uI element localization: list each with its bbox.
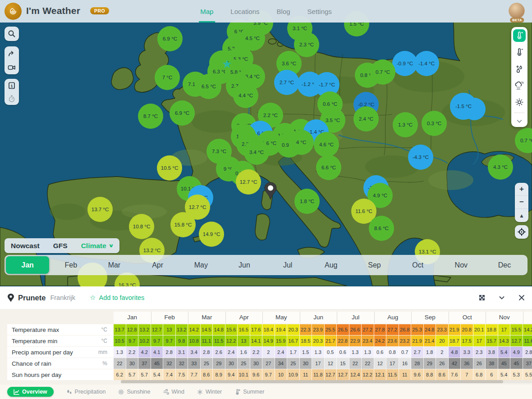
zoom-out-button[interactable]: − — [515, 196, 528, 209]
table-cell: 36 — [461, 358, 473, 369]
app-logo-icon[interactable] — [5, 3, 22, 20]
compass-north-button[interactable]: ▲ — [515, 209, 528, 222]
table-cell: 1.3 — [114, 347, 126, 358]
add-to-favorites-button[interactable]: ☆ Add to favorites — [90, 294, 144, 302]
table-cell: 24.2 — [374, 336, 387, 346]
favorite-star-marker[interactable]: ★ — [222, 58, 232, 70]
month-jan[interactable]: Jan — [6, 256, 49, 274]
model-option-climate[interactable]: Climate∨ — [81, 242, 113, 250]
zoom-in-button[interactable]: + — [515, 183, 528, 196]
table-scrollbar-track[interactable] — [121, 380, 532, 383]
app-title: I'm Weather — [26, 5, 80, 16]
locate-me-button[interactable] — [515, 225, 528, 239]
close-panel-button[interactable] — [518, 294, 526, 302]
temperature-bubble[interactable]: -1.4 °C — [414, 51, 439, 76]
table-cell: 16.7 — [287, 336, 300, 346]
table-cell: 2.4 — [275, 347, 288, 358]
temperature-bubble[interactable]: 14.9 °C — [199, 222, 224, 247]
table-cell: 28 — [411, 358, 424, 369]
month-oct[interactable]: Oct — [396, 256, 440, 274]
table-cell: 8.6 — [436, 369, 449, 380]
location-pin-marker[interactable] — [264, 182, 277, 201]
layer-precipitation-button[interactable] — [513, 63, 526, 75]
nav-map[interactable]: Map — [200, 0, 213, 23]
month-sep[interactable]: Sep — [353, 256, 396, 274]
screenshot-button[interactable] — [8, 63, 16, 72]
nav-blog[interactable]: Blog — [277, 0, 290, 23]
temperature-bubble[interactable]: 7 °C — [155, 65, 180, 90]
nav-settings[interactable]: Settings — [307, 0, 332, 23]
calendar-day-button[interactable]: 1 — [8, 82, 16, 90]
month-dec[interactable]: Dec — [483, 256, 526, 274]
table-cell: 18.4 — [262, 324, 275, 335]
month-mar[interactable]: Mar — [92, 256, 136, 274]
table-cell: 9.6 — [250, 369, 263, 380]
table-cell: 2.2 — [250, 347, 263, 358]
avatar[interactable] — [509, 3, 525, 19]
temperature-bubble[interactable]: 2.3 °C — [294, 32, 319, 57]
share-button[interactable] — [8, 50, 16, 58]
toolbar-divider — [514, 113, 525, 113]
table-cell: 1.3 — [362, 347, 374, 358]
layer-temperature-min-button[interactable] — [513, 46, 526, 59]
temperature-bubble[interactable]: -1.5 °C — [450, 93, 477, 120]
model-option-gfs[interactable]: GFS — [53, 242, 68, 250]
temperature-bubble[interactable]: 12.7 °C — [236, 169, 261, 195]
temperature-bubble[interactable]: 4 °C — [289, 130, 314, 155]
temperature-bubble[interactable]: 4.3 °C — [488, 154, 513, 180]
tab-overview[interactable]: Overview — [7, 387, 54, 397]
month-may[interactable]: May — [179, 256, 223, 274]
table-cell: 10.2 — [138, 336, 151, 346]
temperature-bubble[interactable]: 1.3 °C — [393, 112, 418, 137]
month-aug[interactable]: Aug — [309, 256, 353, 274]
temperature-bubble[interactable]: 2.7 °C — [274, 70, 299, 95]
table-cell: 17 — [386, 358, 399, 369]
search-button[interactable] — [5, 27, 19, 41]
temperature-bubble[interactable]: 6.9 °C — [170, 100, 195, 126]
table-cell: 27.2 — [362, 324, 374, 335]
layer-sunshine-button[interactable] — [513, 96, 526, 109]
nav-locations[interactable]: Locations — [230, 0, 259, 23]
month-apr[interactable]: Apr — [136, 256, 179, 274]
temperature-bubble[interactable]: 15.8 °C — [170, 212, 196, 237]
table-scrollbar-thumb[interactable] — [121, 380, 503, 383]
tab-wind[interactable]: Wind — [163, 389, 184, 395]
temperature-bubble[interactable]: 2.4 °C — [353, 106, 379, 131]
temperature-bubble[interactable]: 0.3 °C — [422, 111, 447, 136]
model-option-nowcast[interactable]: Nowcast — [11, 242, 40, 250]
table-month-header: Jan — [114, 312, 151, 323]
temperature-bubble[interactable]: 10.5 °C — [157, 155, 182, 181]
layer-temperature-max-button[interactable] — [513, 29, 526, 42]
temperature-bubble[interactable]: 0.7 °C — [370, 59, 395, 85]
temperature-bubble[interactable]: 6.9 °C — [157, 26, 183, 51]
month-nov[interactable]: Nov — [440, 256, 483, 274]
table-cell: 2 — [436, 347, 449, 358]
temperature-bubble[interactable]: 1.8 °C — [294, 189, 320, 214]
temperature-bubble[interactable]: 8.7 °C — [138, 104, 163, 129]
temperature-bubble[interactable]: 6.5 °C — [196, 74, 221, 99]
temperature-bubble[interactable]: 4.6 °C — [314, 132, 339, 157]
layer-chance-of-rain-button[interactable]: % — [513, 79, 526, 92]
temperature-bubble[interactable]: 13.7 °C — [87, 197, 113, 222]
temperature-bubble[interactable]: -4.3 °C — [408, 145, 433, 170]
tab-summer[interactable]: Summer — [234, 389, 264, 395]
month-jul[interactable]: Jul — [266, 256, 309, 274]
temperature-bubble[interactable]: 8.6 °C — [369, 216, 394, 241]
temperature-bubble[interactable]: 3.4 °C — [244, 140, 269, 165]
month-feb[interactable]: Feb — [49, 256, 92, 274]
thermometer-plus-icon — [515, 32, 523, 40]
expand-panel-button[interactable] — [478, 294, 486, 302]
temperature-bubble[interactable]: 10.8 °C — [129, 214, 154, 239]
temperature-bubble[interactable]: 6.6 °C — [316, 155, 341, 180]
temperature-bubble[interactable]: 4.4 °C — [233, 83, 258, 108]
collapse-panel-button[interactable] — [498, 294, 506, 302]
user-menu[interactable]: BETA — [509, 3, 526, 23]
tab-winter[interactable]: Winter — [197, 389, 222, 395]
tab-label: Winter — [206, 389, 222, 395]
layer-toolbar: % — [511, 27, 527, 127]
collapse-toolbar-button[interactable] — [513, 117, 526, 125]
tab-precipitation[interactable]: Precipitation — [66, 389, 106, 395]
month-jun[interactable]: Jun — [223, 256, 266, 274]
tab-sunshine[interactable]: Sunshine — [118, 389, 150, 395]
time-button[interactable] — [8, 95, 16, 103]
